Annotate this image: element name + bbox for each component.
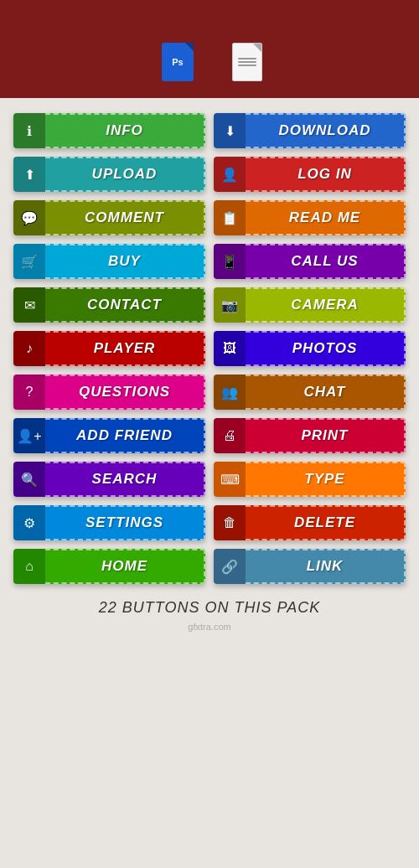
button-icon-16: 🔍 [13,462,45,497]
button-photos[interactable]: 🖼PHOTOS [214,331,406,366]
button-icon-13: 👥 [214,375,246,410]
button-label-21: LINK [246,549,406,584]
button-icon-6: 🛒 [13,244,45,279]
file-item-ps: Ps [157,43,194,81]
button-icon-21: 🔗 [214,549,246,584]
file-item-doc [227,43,262,81]
button-print[interactable]: 🖨PRINT [214,418,406,453]
button-info[interactable]: ℹINFO [13,113,205,148]
button-icon-1: ⬇ [214,113,246,148]
button-icon-20: ⌂ [13,549,45,584]
buttons-grid: ℹINFO⬇DOWNLOAD⬆UPLOAD👤LOG IN💬COMMENT📋REA… [0,98,419,592]
button-label-9: CAMERA [246,287,406,323]
button-label-8: CONTACT [45,287,205,323]
button-download[interactable]: ⬇DOWNLOAD [214,113,406,148]
button-comment[interactable]: 💬COMMENT [13,200,205,235]
button-read-me[interactable]: 📋READ ME [214,200,406,235]
button-icon-5: 📋 [214,200,246,235]
button-delete[interactable]: 🗑DELETE [214,505,406,540]
button-icon-8: ✉ [13,287,45,323]
button-label-4: COMMENT [45,200,205,235]
button-label-14: ADD FRIEND [45,418,205,453]
header-files: Ps [17,43,402,81]
button-icon-0: ℹ [13,113,45,148]
button-settings[interactable]: ⚙SETTINGS [13,505,205,540]
header-subtitle [17,18,402,31]
button-questions[interactable]: ?QUESTIONS [13,375,205,410]
button-type[interactable]: ⌨TYPE [214,462,406,497]
button-label-0: INFO [45,113,205,148]
button-icon-12: ? [13,375,45,410]
button-label-6: BUY [45,244,205,279]
button-icon-4: 💬 [13,200,45,235]
button-icon-9: 📷 [214,287,246,323]
button-upload[interactable]: ⬆UPLOAD [13,157,205,192]
button-label-11: PHOTOS [246,331,406,366]
button-search[interactable]: 🔍SEARCH [13,462,205,497]
button-icon-10: ♪ [13,331,45,366]
button-label-2: UPLOAD [45,157,205,192]
button-camera[interactable]: 📷CAMERA [214,287,406,323]
button-chat[interactable]: 👥CHAT [214,375,406,410]
button-icon-15: 🖨 [214,418,246,453]
button-icon-2: ⬆ [13,157,45,192]
button-log-in[interactable]: 👤LOG IN [214,157,406,192]
button-icon-19: 🗑 [214,505,246,540]
button-link[interactable]: 🔗LINK [214,549,406,584]
button-label-13: CHAT [246,375,406,410]
button-icon-7: 📱 [214,244,246,279]
button-label-15: PRINT [246,418,406,453]
button-label-18: SETTINGS [45,505,205,540]
button-label-17: TYPE [246,462,406,497]
ps-file-icon: Ps [162,43,194,81]
button-label-3: LOG IN [246,157,406,192]
button-label-19: DELETE [246,505,406,540]
button-icon-14: 👤+ [13,418,45,453]
button-player[interactable]: ♪PLAYER [13,331,205,366]
button-icon-3: 👤 [214,157,246,192]
button-label-5: READ ME [246,200,406,235]
doc-file-icon [232,43,262,81]
footer: 22 BUTTONS ON THIS PACK [0,592,419,622]
button-icon-11: 🖼 [214,331,246,366]
button-label-12: QUESTIONS [45,375,205,410]
button-label-7: CALL US [246,244,406,279]
button-contact[interactable]: ✉CONTACT [13,287,205,323]
watermark: gfxtra.com [0,622,419,637]
button-buy[interactable]: 🛒BUY [13,244,205,279]
button-add-friend[interactable]: 👤+ADD FRIEND [13,418,205,453]
button-icon-17: ⌨ [214,462,246,497]
button-label-20: HOME [45,549,205,584]
header: Ps [0,0,419,98]
button-call-us[interactable]: 📱CALL US [214,244,406,279]
button-label-1: DOWNLOAD [246,113,406,148]
button-home[interactable]: ⌂HOME [13,549,205,584]
button-label-16: SEARCH [45,462,205,497]
button-icon-18: ⚙ [13,505,45,540]
button-label-10: PLAYER [45,331,205,366]
